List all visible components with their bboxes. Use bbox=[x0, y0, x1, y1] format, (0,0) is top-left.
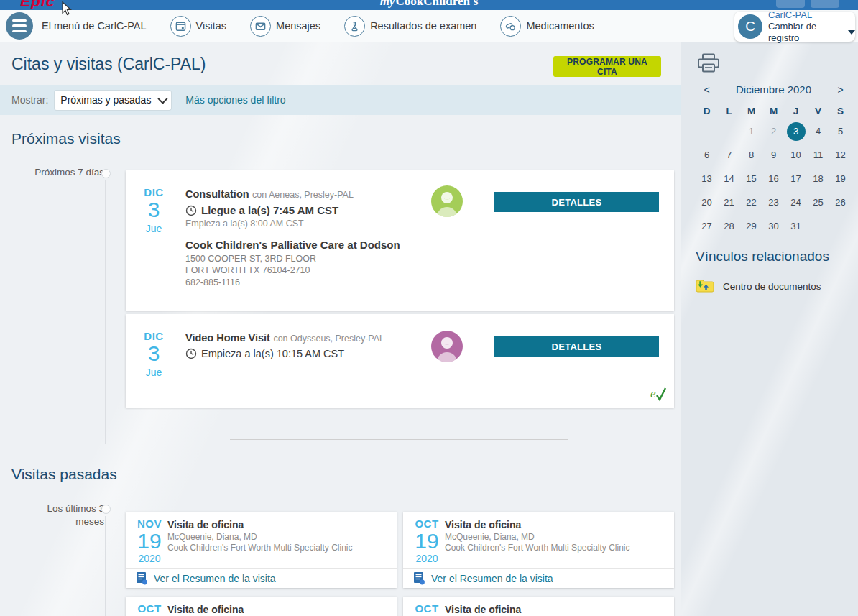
visit-type: Visita de oficina bbox=[445, 519, 668, 530]
timeline-label-past: Los últimos 3 meses bbox=[14, 502, 104, 528]
calendar-day[interactable]: 29 bbox=[740, 214, 762, 238]
flask-icon bbox=[344, 16, 365, 37]
user-name: CarlC-PAL bbox=[768, 9, 855, 21]
calendar-day[interactable]: 13 bbox=[696, 167, 718, 190]
nav-item-mensajes[interactable]: Mensajes bbox=[250, 16, 320, 37]
calendar-prev-button[interactable]: < bbox=[696, 84, 718, 96]
visit-clinic: Cook Children's Fort Worth Multi Special… bbox=[445, 543, 668, 553]
menu-label[interactable]: El menú de CarlC-PAL bbox=[42, 20, 147, 32]
appointment-location: Cook Children's Palliative Care at Dodso… bbox=[185, 239, 423, 251]
more-filter-options-link[interactable]: Más opciones del filtro bbox=[185, 94, 285, 106]
document-icon bbox=[136, 571, 148, 585]
calendar-day-header: S bbox=[829, 102, 852, 119]
calendar-day[interactable]: 11 bbox=[807, 143, 829, 167]
filter-selected-value: Próximas y pasadas bbox=[60, 94, 151, 106]
appointment-date: DIC 3 Jue bbox=[137, 186, 170, 234]
calendar-day[interactable]: 18 bbox=[807, 167, 829, 190]
calendar-day[interactable]: 10 bbox=[785, 143, 807, 167]
calendar-day[interactable]: 9 bbox=[762, 143, 785, 167]
pills-icon bbox=[500, 16, 521, 37]
folder-arrows-icon bbox=[696, 279, 714, 293]
clock-icon bbox=[185, 348, 197, 359]
nav-bar: El menú de CarlC-PAL Visitas Mensajes Re… bbox=[0, 10, 858, 42]
calendar-day[interactable]: 5 bbox=[829, 119, 852, 143]
nav-label: Mensajes bbox=[276, 20, 320, 32]
arrive-time: Llegue a la(s) 7:45 AM CST bbox=[201, 204, 338, 216]
nav-item-visitas[interactable]: Visitas bbox=[170, 16, 226, 37]
calendar-day[interactable]: 21 bbox=[718, 190, 740, 214]
document-center-link[interactable]: Centro de documentos bbox=[696, 279, 821, 293]
appointment-provider: con Aeneas, Presley-PAL bbox=[252, 190, 354, 200]
appointment-card: DIC 3 Jue Video Home Visit con Odysseus,… bbox=[126, 314, 674, 408]
user-avatar: C bbox=[738, 14, 762, 39]
calendar-day-empty bbox=[829, 214, 852, 238]
visit-clinic: Cook Children's Fort Worth Multi Special… bbox=[167, 543, 391, 553]
calendar-day[interactable]: 1 bbox=[740, 119, 762, 143]
related-links-heading: Vínculos relacionados bbox=[696, 249, 829, 265]
calendar-day[interactable]: 20 bbox=[696, 190, 718, 214]
calendar-day[interactable]: 17 bbox=[785, 167, 807, 190]
calendar-day[interactable]: 12 bbox=[829, 143, 852, 167]
visit-summary-link[interactable]: Ver el Resumen de la visita bbox=[403, 568, 674, 588]
appointment-card: DIC 3 Jue Consultation con Aeneas, Presl… bbox=[126, 170, 674, 311]
calendar-day[interactable]: 25 bbox=[807, 190, 829, 214]
calendar-day[interactable]: 4 bbox=[807, 119, 829, 143]
calendar-day[interactable]: 7 bbox=[718, 143, 740, 167]
calendar-day[interactable]: 8 bbox=[740, 143, 762, 167]
show-filter-select[interactable]: Próximas y pasadas bbox=[55, 91, 171, 110]
chevron-down-icon bbox=[848, 30, 855, 35]
main-content: Citas y visitas (CarlC-PAL) PROGRAMAR UN… bbox=[0, 42, 681, 616]
visit-summary-link[interactable]: Ver el Resumen de la visita bbox=[126, 568, 397, 588]
calendar-day[interactable]: 15 bbox=[740, 167, 762, 190]
user-switcher[interactable]: C CarlC-PAL Cambiar de registro bbox=[734, 12, 855, 42]
calendar-day[interactable]: 28 bbox=[718, 214, 740, 238]
start-time: Empieza a la(s) 8:00 AM CST bbox=[185, 219, 423, 229]
calendar-day[interactable]: 27 bbox=[696, 214, 718, 238]
calendar-day[interactable]: 19 bbox=[829, 167, 852, 190]
details-button[interactable]: DETALLES bbox=[494, 192, 659, 212]
calendar-next-button[interactable]: > bbox=[829, 84, 852, 96]
calendar-day-empty bbox=[807, 214, 829, 238]
past-visit-card: OCT 19 2020 Visita de oficina McQueenie,… bbox=[403, 512, 674, 588]
past-visit-card: OCT Visita de oficina bbox=[403, 597, 674, 616]
calendar-day[interactable]: 31 bbox=[785, 214, 807, 238]
nav-label: Resultados de examen bbox=[370, 20, 476, 32]
calendar-day[interactable]: 6 bbox=[696, 143, 718, 167]
past-visit-date: OCT bbox=[133, 602, 166, 615]
calendar-month-label: Diciembre 2020 bbox=[736, 83, 811, 96]
details-button[interactable]: DETALLES bbox=[494, 336, 659, 357]
nav-item-resultados[interactable]: Resultados de examen bbox=[344, 16, 476, 37]
appointment-type: Video Home Visit bbox=[185, 332, 270, 344]
calendar-day-header: V bbox=[807, 102, 829, 119]
calendar-day[interactable]: 22 bbox=[740, 190, 762, 214]
calendar-day[interactable]: 26 bbox=[829, 190, 852, 214]
calendar-day[interactable]: 30 bbox=[762, 214, 785, 238]
calendar-day-header: J bbox=[785, 102, 807, 119]
switch-record-label: Cambiar de registro bbox=[768, 21, 844, 45]
visit-type: Visita de oficina bbox=[167, 519, 391, 530]
past-visits-heading: Visitas pasadas bbox=[11, 466, 117, 483]
provider-avatar-green bbox=[431, 185, 463, 217]
calendar-day[interactable]: 3 bbox=[785, 119, 807, 143]
calendar-day-header: M bbox=[762, 102, 785, 119]
schedule-appointment-button[interactable]: PROGRAMAR UNA CITA bbox=[553, 56, 661, 77]
calendar-day-empty bbox=[696, 119, 718, 143]
menu-icon[interactable] bbox=[6, 12, 33, 40]
calendar-day[interactable]: 2 bbox=[762, 119, 785, 143]
timeline-dot bbox=[101, 505, 111, 514]
nav-item-medicamentos[interactable]: Medicamentos bbox=[500, 16, 594, 37]
appointment-date: DIC 3 Jue bbox=[137, 330, 170, 378]
print-icon[interactable] bbox=[697, 53, 720, 76]
calendar-icon bbox=[170, 16, 191, 37]
page-title: Citas y visitas (CarlC-PAL) bbox=[11, 55, 206, 74]
banner-button-left[interactable] bbox=[776, 0, 805, 8]
calendar-day[interactable]: 23 bbox=[762, 190, 785, 214]
upcoming-visits-heading: Próximas visitas bbox=[11, 130, 121, 147]
past-visit-date: OCT 19 2020 bbox=[410, 518, 443, 564]
past-visit-date: NOV 19 2020 bbox=[133, 518, 166, 564]
calendar-day[interactable]: 14 bbox=[718, 167, 740, 190]
calendar-day[interactable]: 24 bbox=[785, 190, 807, 214]
banner-button-right[interactable] bbox=[811, 0, 839, 8]
calendar-day[interactable]: 16 bbox=[762, 167, 785, 190]
timeline-line bbox=[105, 516, 106, 616]
